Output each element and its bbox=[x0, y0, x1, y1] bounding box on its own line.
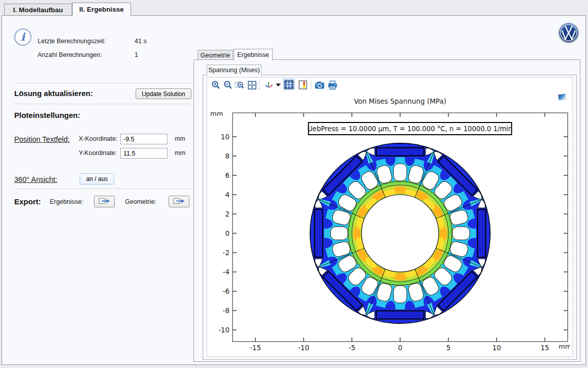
motor-cross-section bbox=[310, 143, 491, 324]
vw-logo bbox=[558, 21, 580, 44]
application-window: I. Modellaufbau II. Ergebnisse i Letzte … bbox=[0, 0, 588, 368]
svg-text:10: 10 bbox=[221, 133, 230, 141]
annotation-text: UebPress = 10.0000 µm, T = 100.000 °C, n… bbox=[308, 125, 512, 133]
position-textfield-label: Position Textfeld: bbox=[14, 135, 70, 143]
x-coordinate-unit: mm bbox=[175, 135, 185, 142]
tab-modellaufbau[interactable]: I. Modellaufbau bbox=[4, 4, 72, 15]
grid-toggle-button[interactable] bbox=[283, 79, 295, 90]
y-coordinate-label: Y-Koordinate: bbox=[79, 149, 117, 157]
print-button[interactable] bbox=[327, 79, 338, 90]
svg-text:-2: -2 bbox=[223, 249, 230, 257]
export-results-button[interactable] bbox=[94, 196, 115, 207]
x-coordinate-input[interactable] bbox=[120, 134, 168, 144]
view-orientation-icon bbox=[264, 80, 274, 90]
view-orientation-dropdown[interactable] bbox=[275, 79, 282, 90]
tab-spannung-mises[interactable]: Spannung (Mises) bbox=[207, 65, 262, 75]
tab-label: Spannung (Mises) bbox=[207, 65, 261, 74]
export-results-label: Ergebnisse: bbox=[50, 198, 83, 205]
svg-text:-10: -10 bbox=[298, 344, 309, 352]
svg-text:-15: -15 bbox=[250, 344, 261, 352]
svg-text:-5: -5 bbox=[348, 344, 355, 352]
view-360-label: 360° Ansicht: bbox=[14, 175, 57, 183]
color-legend-icon bbox=[298, 80, 308, 90]
update-solution-label: Lösung aktualisieren: bbox=[14, 89, 93, 98]
svg-text:-10: -10 bbox=[218, 326, 230, 334]
tab-label: I. Modellaufbau bbox=[5, 4, 72, 14]
view-orientation-button[interactable] bbox=[264, 79, 275, 90]
snapshot-button[interactable] bbox=[314, 79, 325, 90]
svg-text:6: 6 bbox=[225, 171, 230, 179]
y-axis-unit: mm bbox=[210, 110, 223, 117]
svg-text:10: 10 bbox=[492, 344, 501, 352]
zoom-box-button[interactable] bbox=[234, 79, 245, 90]
chevron-down-icon bbox=[276, 83, 281, 87]
svg-text:-4: -4 bbox=[223, 268, 230, 276]
svg-text:5: 5 bbox=[446, 344, 451, 352]
zoom-box-icon bbox=[235, 80, 245, 90]
info-icon: i bbox=[14, 28, 31, 46]
view-360-toggle-button[interactable]: an / aus bbox=[80, 173, 114, 185]
grid-icon bbox=[284, 80, 293, 89]
calc-count-label: Anzahl Berechnungen: bbox=[38, 51, 102, 58]
zoom-out-button[interactable] bbox=[222, 79, 234, 90]
svg-text:-8: -8 bbox=[223, 306, 230, 315]
y-coordinate-unit: mm bbox=[175, 149, 185, 157]
last-calc-time-value: 41 s bbox=[135, 38, 147, 45]
camera-icon bbox=[314, 80, 325, 90]
plot-settings-heading: Ploteinstellungen: bbox=[14, 111, 80, 119]
svg-text:-6: -6 bbox=[223, 287, 230, 295]
x-coordinate-label: X-Koordinate: bbox=[79, 135, 117, 142]
export-geometry-label: Geometrie: bbox=[125, 198, 156, 205]
toolbar-separator bbox=[311, 80, 311, 90]
zoom-in-button[interactable] bbox=[210, 79, 221, 90]
zoom-extents-button[interactable] bbox=[246, 79, 257, 90]
tab-label: Geometrie bbox=[198, 50, 233, 59]
tab-label: Ergebnisse bbox=[234, 49, 272, 58]
svg-text:4: 4 bbox=[225, 191, 230, 199]
separator bbox=[14, 189, 191, 189]
zoom-in-icon bbox=[211, 80, 221, 90]
mises-stress-plot[interactable]: -15-10-50510151086420-2-4-6-8-10 mm mm U… bbox=[207, 104, 570, 356]
export-arrow-icon bbox=[99, 197, 111, 205]
y-coordinate-input[interactable] bbox=[120, 148, 168, 159]
tab-geometrie[interactable]: Geometrie bbox=[198, 50, 233, 60]
last-calc-time-label: Letzte Berechnungszeit: bbox=[38, 38, 106, 45]
zoom-out-icon bbox=[223, 80, 233, 90]
svg-text:0: 0 bbox=[398, 344, 403, 352]
export-label: Export: bbox=[14, 197, 41, 206]
tab-ergebnisse[interactable]: II. Ergebnisse bbox=[72, 3, 131, 16]
tab-ergebnisse-right[interactable]: Ergebnisse bbox=[234, 49, 273, 60]
x-axis-unit: mm bbox=[559, 343, 570, 350]
update-solution-button[interactable]: Update Solution bbox=[136, 88, 191, 99]
separator bbox=[14, 83, 191, 83]
export-arrow-icon bbox=[173, 197, 185, 205]
printer-icon bbox=[328, 80, 338, 90]
calc-count-value: 1 bbox=[135, 51, 138, 58]
svg-text:15: 15 bbox=[540, 344, 549, 352]
tab-label: II. Ergebnisse bbox=[73, 3, 130, 13]
svg-text:2: 2 bbox=[225, 210, 230, 218]
svg-text:0: 0 bbox=[225, 229, 230, 237]
export-geometry-button[interactable] bbox=[169, 196, 189, 207]
svg-text:8: 8 bbox=[225, 152, 230, 160]
toolbar-separator bbox=[259, 80, 259, 90]
zoom-extents-icon bbox=[247, 80, 257, 90]
separator bbox=[14, 104, 191, 104]
annotation-box: UebPress = 10.0000 µm, T = 100.000 °C, n… bbox=[308, 122, 512, 135]
color-legend-button[interactable] bbox=[298, 79, 309, 90]
